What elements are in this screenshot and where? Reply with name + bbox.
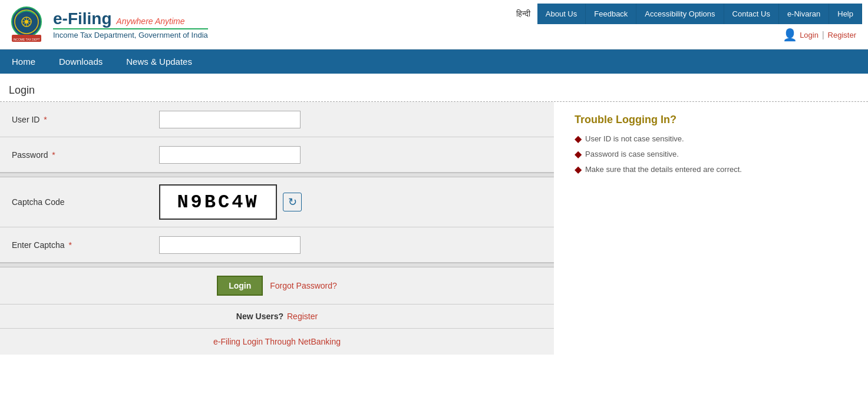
captcha-area: N9BC4W ↻ (159, 184, 302, 220)
new-users-row: New Users? Register (0, 305, 554, 329)
nav-news-updates[interactable]: News & Updates (114, 49, 204, 74)
app-tagline: Anywhere Anytime (116, 16, 184, 26)
bullet-icon-2: ◆ (575, 150, 582, 159)
nav-accessibility[interactable]: Accessibility Options (636, 4, 724, 24)
svg-text:INCOME TAX DEPT: INCOME TAX DEPT (13, 38, 39, 41)
nav-downloads[interactable]: Downloads (47, 49, 114, 74)
nav-contact-us[interactable]: Contact Us (724, 4, 779, 24)
trouble-list: ◆ User ID is not case sensitive. ◆ Passw… (575, 134, 859, 174)
nav-feedback[interactable]: Feedback (586, 4, 636, 24)
captcha-input[interactable] (159, 236, 301, 254)
nav-help[interactable]: Help (829, 4, 862, 24)
login-button[interactable]: Login (217, 276, 263, 296)
nav-about-us[interactable]: About Us (537, 4, 586, 24)
login-button-row: Login Forgot Password? (0, 267, 554, 305)
logo-text: e-Filing Anywhere Anytime Income Tax Dep… (53, 9, 208, 39)
required-marker: * (41, 115, 47, 124)
separator: | (822, 30, 824, 39)
user-id-row: User ID * (0, 102, 554, 137)
user-id-input-container (159, 111, 301, 128)
captcha-code-label: Captcha Code (12, 197, 159, 207)
register-button[interactable]: Register (287, 312, 318, 321)
required-marker-3: * (67, 240, 72, 250)
bullet-icon-1: ◆ (575, 134, 582, 144)
trouble-tip-3: ◆ Make sure that the details entered are… (575, 165, 859, 174)
new-users-text: New Users? (236, 312, 283, 321)
user-id-input[interactable] (159, 111, 301, 128)
nav-e-nivaran[interactable]: e-Nivaran (779, 4, 829, 24)
login-form-area: User ID * Password * Captcha Code (0, 102, 554, 355)
captcha-input-container (159, 236, 301, 254)
trouble-tip-1: ◆ User ID is not case sensitive. (575, 134, 859, 144)
login-register-area: 👤 Login | Register (777, 24, 862, 45)
password-label: Password * (12, 150, 159, 160)
required-marker-2: * (49, 150, 55, 160)
captcha-code-row: Captcha Code N9BC4W ↻ (0, 177, 554, 227)
password-input[interactable] (159, 146, 301, 164)
password-row: Password * (0, 137, 554, 173)
password-input-container (159, 146, 301, 164)
trouble-title: Trouble Logging In? (575, 114, 859, 126)
top-header: INCOME TAX DEPT e-Filing Anywhere Anytim… (0, 0, 868, 49)
user-icon: 👤 (783, 28, 797, 42)
netbanking-row: e-Filing Login Through NetBanking (0, 329, 554, 355)
trouble-tip-2: ◆ Password is case sensitive. (575, 150, 859, 159)
app-name: e-Filing Anywhere Anytime (53, 9, 208, 28)
user-id-label: User ID * (12, 115, 159, 124)
hindi-button[interactable]: हिन्दी (509, 4, 537, 24)
main-content: User ID * Password * Captcha Code (0, 102, 868, 355)
top-nav: हिन्दी About Us Feedback Accessibility O… (509, 4, 862, 24)
refresh-captcha-button[interactable]: ↻ (283, 193, 302, 211)
content-area: Login User ID * Password * (0, 74, 868, 360)
right-panel: Trouble Logging In? ◆ User ID is not cas… (566, 102, 868, 355)
main-nav: Home Downloads News & Updates (0, 49, 868, 74)
login-section-title: Login (0, 80, 868, 102)
enter-captcha-row: Enter Captcha * (0, 227, 554, 263)
enter-captcha-label: Enter Captcha * (12, 240, 159, 250)
logo-area: INCOME TAX DEPT e-Filing Anywhere Anytim… (6, 4, 208, 45)
netbanking-link[interactable]: e-Filing Login Through NetBanking (213, 337, 341, 346)
captcha-image: N9BC4W (159, 184, 277, 220)
org-name: Income Tax Department, Government of Ind… (53, 28, 208, 39)
nav-home[interactable]: Home (0, 49, 47, 74)
login-link[interactable]: Login (800, 31, 819, 39)
divider-1 (0, 173, 554, 177)
register-link[interactable]: Register (828, 31, 856, 39)
forgot-password-link[interactable]: Forgot Password? (270, 281, 337, 290)
emblem-icon: INCOME TAX DEPT (6, 4, 47, 45)
divider-2 (0, 263, 554, 267)
bullet-icon-3: ◆ (575, 165, 582, 174)
